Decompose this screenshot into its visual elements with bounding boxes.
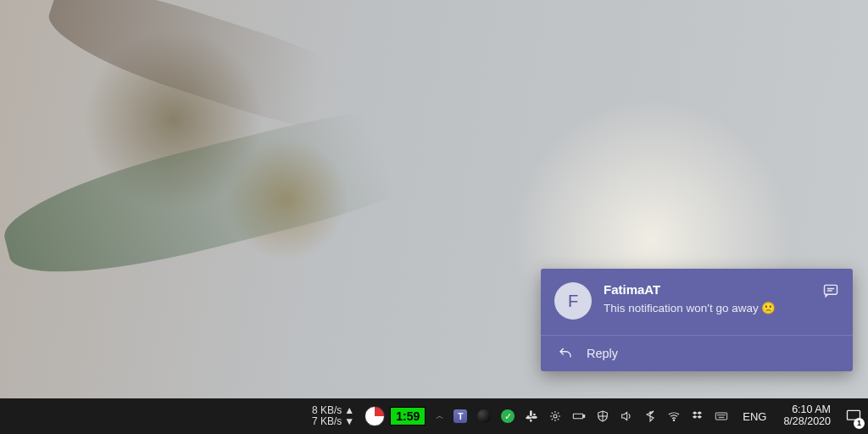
battery-icon[interactable]	[571, 409, 587, 424]
bluetooth-icon[interactable]	[643, 409, 658, 424]
disk-usage-pie-icon[interactable]	[364, 406, 385, 426]
reply-label: Reply	[587, 347, 618, 360]
wifi-icon[interactable]	[666, 409, 682, 424]
tray-overflow-chevron-icon[interactable]: ︿	[432, 410, 448, 422]
dropbox-icon[interactable]	[690, 409, 705, 424]
teams-tray-icon[interactable]	[453, 409, 468, 424]
language-code: ENG	[743, 410, 766, 423]
svg-point-13	[723, 415, 724, 415]
clock-date: 8/28/2020	[783, 416, 831, 428]
toast-message: This notification won't go away 🙁	[604, 301, 810, 314]
avatar-initial: F	[568, 292, 578, 311]
touch-keyboard-icon[interactable]	[714, 409, 729, 424]
chat-icon[interactable]	[822, 282, 839, 299]
reply-button[interactable]: Reply	[541, 335, 853, 371]
reply-arrow-icon	[558, 346, 573, 361]
action-center-button[interactable]: 1	[839, 398, 868, 434]
notification-count-badge: 1	[854, 418, 865, 429]
system-tray: ✓	[448, 409, 734, 424]
down-arrow-icon: ▼	[344, 416, 354, 427]
steam-tray-icon[interactable]	[476, 409, 492, 424]
svg-point-11	[720, 415, 721, 415]
language-indicator[interactable]: ENG	[734, 410, 775, 423]
timer-widget[interactable]: 1:59	[390, 407, 426, 426]
svg-point-3	[554, 415, 557, 418]
clock-time: 6:10 AM	[792, 404, 831, 416]
taskbar: 8 KB/s▲ 7 KB/s▼ 1:59 ︿ ✓	[0, 398, 868, 434]
download-speed: 7 KB/s	[312, 416, 342, 427]
volume-icon[interactable]	[619, 409, 634, 424]
teams-notification-toast: F FatimaAT This notification won't go aw…	[541, 269, 853, 371]
svg-point-10	[718, 415, 719, 415]
toast-message-text: This notification won't go away	[604, 302, 759, 314]
frown-emoji: 🙁	[761, 301, 776, 314]
slack-tray-icon[interactable]	[524, 409, 539, 424]
app-tray-icon[interactable]	[548, 409, 563, 424]
svg-rect-9	[716, 413, 727, 420]
toast-sender: FatimaAT	[604, 282, 810, 298]
toast-body[interactable]: F FatimaAT This notification won't go aw…	[541, 269, 853, 335]
toast-text: FatimaAT This notification won't go away…	[604, 282, 810, 314]
svg-point-14	[725, 415, 726, 415]
sender-avatar: F	[554, 282, 592, 320]
svg-point-8	[674, 420, 675, 420]
svg-rect-4	[574, 414, 583, 418]
security-shield-icon[interactable]	[595, 409, 610, 424]
clock[interactable]: 6:10 AM 8/28/2020	[775, 404, 839, 428]
timer-value: 1:59	[396, 409, 420, 423]
network-speed-indicator[interactable]: 8 KB/s▲ 7 KB/s▼	[307, 405, 359, 426]
svg-point-12	[721, 415, 722, 415]
status-ok-icon[interactable]: ✓	[500, 409, 515, 424]
svg-rect-0	[825, 285, 837, 294]
svg-rect-5	[584, 415, 585, 418]
